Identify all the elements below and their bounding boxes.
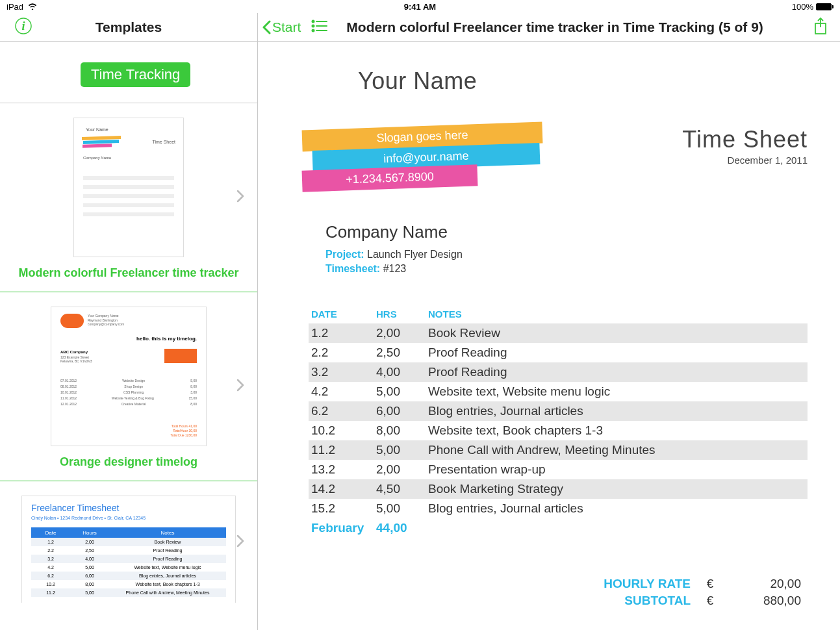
company-name: Company Name	[325, 222, 808, 242]
template-item-freelancer-timesheet[interactable]: Freelancer Timesheet Cindy Nolan • 1234 …	[0, 481, 257, 603]
header-notes: NOTES	[428, 309, 805, 320]
table-row: 13.22,00Presentation wrap-up	[309, 460, 808, 479]
device-label: iPad	[6, 2, 23, 12]
document-preview[interactable]: Your Name Slogan goes here info@your.nam…	[258, 42, 840, 630]
slogan-bars: Slogan goes here info@your.name +1.234.5…	[309, 126, 562, 191]
template-label: Orange designer timelog	[9, 455, 248, 469]
timesheet-number: #123	[383, 263, 407, 274]
template-thumbnail: Your Name Time Sheet Company Name	[73, 118, 184, 257]
timesheet-label: Timesheet:	[325, 263, 380, 274]
info-button[interactable]: i	[14, 17, 32, 38]
table-row: 15.25,00Blog entries, Journal articles	[309, 499, 808, 518]
battery-percent: 100%	[792, 2, 813, 12]
table-row: 2.22,50Proof Reading	[309, 343, 808, 362]
wifi-icon	[27, 2, 38, 12]
template-thumbnail: Your Company Name Raymond Barrington com…	[51, 307, 207, 446]
svg-text:i: i	[21, 19, 25, 32]
table-row: 4.25,00Website text, Website menu logic	[309, 382, 808, 401]
template-thumbnail: Freelancer Timesheet Cindy Nolan • 1234 …	[21, 496, 236, 603]
table-row: 11.25,00Phone Call with Andrew, Meeting …	[309, 440, 808, 460]
timesheet-title: Time Sheet	[682, 126, 808, 153]
svg-point-2	[312, 20, 314, 22]
your-name-heading: Your Name	[358, 68, 808, 95]
list-icon[interactable]	[311, 19, 328, 36]
template-item-orange-timelog[interactable]: Your Company Name Raymond Barrington com…	[0, 292, 257, 481]
chevron-right-icon	[236, 190, 244, 205]
table-row: 3.24,00Proof Reading	[309, 362, 808, 382]
template-label: Modern colorful Freelancer time tracker	[9, 266, 248, 280]
timesheet-date: December 1, 2011	[682, 155, 808, 166]
project-label: Project:	[325, 249, 364, 260]
table-row: 1.22,00Book Review	[309, 323, 808, 343]
battery-icon	[816, 3, 834, 10]
table-row: 10.28,00Website text, Book chapters 1-3	[309, 421, 808, 440]
table-row: 14.24,50Book Marketing Strategy	[309, 479, 808, 499]
status-time: 9:41 AM	[404, 2, 436, 12]
chevron-right-icon	[236, 379, 244, 394]
status-bar: iPad 9:41 AM 100%	[0, 0, 840, 13]
nav-bar: i Templates Start Modern colorful Freela…	[0, 13, 840, 42]
document-title: Modern colorful Freelancer time tracker …	[346, 19, 763, 35]
timesheet-table: DATE HRS NOTES 1.22,00Book Review2.22,50…	[309, 309, 808, 538]
table-row: 6.26,00Blog entries, Journal articles	[309, 401, 808, 421]
header-date: DATE	[311, 309, 376, 320]
share-button[interactable]	[813, 17, 828, 38]
project-value: Launch Flyer Design	[367, 249, 463, 260]
subtotal-row: SUBTOTAL € 880,00	[309, 594, 808, 608]
chevron-right-icon	[236, 535, 244, 550]
templates-sidebar[interactable]: Time Tracking Your Name Time Sheet Compa…	[0, 42, 258, 630]
sidebar-title: Templates	[95, 19, 162, 35]
back-label: Start	[272, 19, 301, 35]
template-item-modern-colorful[interactable]: Your Name Time Sheet Company Name Modern…	[0, 103, 257, 292]
table-total-row: February 44,00	[309, 518, 808, 538]
hourly-rate-row: HOURLY RATE € 20,00	[309, 577, 808, 591]
category-badge[interactable]: Time Tracking	[81, 62, 190, 87]
back-button[interactable]: Start	[262, 19, 301, 35]
svg-point-6	[312, 29, 314, 31]
svg-point-4	[312, 25, 314, 27]
header-hrs: HRS	[376, 309, 428, 320]
